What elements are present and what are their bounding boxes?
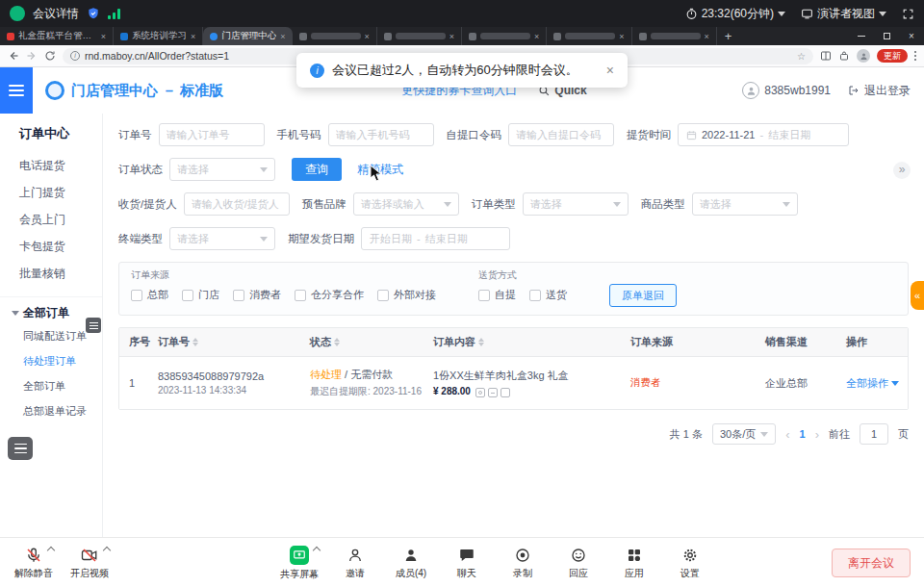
original-return-button[interactable]: 原单退回 xyxy=(609,284,677,307)
prev-page-button[interactable]: ‹ xyxy=(785,427,789,442)
browser-tab[interactable]: 系统培训学习 × xyxy=(114,27,203,45)
browser-tab[interactable]: × xyxy=(293,27,377,45)
record-button[interactable]: 录制 xyxy=(495,538,551,587)
mobile-icon[interactable] xyxy=(500,388,510,397)
view-mode-dropdown[interactable]: 演讲者视图 xyxy=(801,6,886,22)
all-actions-dropdown[interactable]: 全部操作 xyxy=(846,376,908,391)
start-video-button[interactable]: 开启视频 xyxy=(62,538,117,587)
checkbox-hq[interactable]: 总部 xyxy=(131,288,168,302)
pick-code-input[interactable] xyxy=(508,123,614,146)
security-shield-icon[interactable] xyxy=(87,7,100,20)
floating-menu-button[interactable] xyxy=(8,437,33,460)
col-order-no[interactable]: 订单号 xyxy=(158,335,310,349)
checkbox-consumer[interactable]: 消费者 xyxy=(233,288,281,302)
invite-button[interactable]: 邀请 xyxy=(327,538,383,587)
members-button[interactable]: 成员(4) xyxy=(383,538,439,587)
query-button[interactable]: 查询 xyxy=(292,158,342,181)
phone-input[interactable] xyxy=(328,123,434,146)
status-select[interactable]: 请选择 xyxy=(169,158,275,181)
browser-tab[interactable]: × xyxy=(632,27,717,45)
checkbox-external[interactable]: 外部对接 xyxy=(377,288,436,302)
goto-page-input[interactable] xyxy=(860,423,888,445)
chevron-up-icon[interactable] xyxy=(313,547,321,554)
sidebar-item-pending-orders[interactable]: 待处理订单 xyxy=(0,348,102,373)
browser-profile-avatar[interactable] xyxy=(857,49,870,63)
tab-close-icon[interactable]: × xyxy=(191,32,195,41)
browser-menu-icon[interactable] xyxy=(914,51,916,61)
sidebar-item-door-pickup[interactable]: 上门提货 xyxy=(0,179,102,206)
back-button[interactable] xyxy=(8,50,19,62)
table-header: 序号 订单号 状态 订单内容 订单来源 销售渠道 操作 xyxy=(119,328,908,357)
window-close-button[interactable]: × xyxy=(899,27,924,45)
settings-button[interactable]: 设置 xyxy=(662,538,718,587)
toast-close-icon[interactable]: × xyxy=(606,63,614,78)
current-page[interactable]: 1 xyxy=(800,428,806,440)
meeting-timer-dropdown[interactable]: 23:32(60分钟) xyxy=(685,6,785,22)
col-status[interactable]: 状态 xyxy=(310,335,433,349)
browser-tab-active[interactable]: 门店管理中心 × xyxy=(203,27,292,45)
site-info-icon[interactable]: i xyxy=(70,51,80,61)
expect-date-range-picker[interactable]: 开始日期 - 结束日期 xyxy=(361,227,510,250)
checkbox-store[interactable]: 门店 xyxy=(182,288,219,302)
browser-tab[interactable]: × xyxy=(462,27,547,45)
sidebar-collapse-handle[interactable] xyxy=(86,318,101,333)
window-maximize-button[interactable] xyxy=(874,27,899,45)
browser-tab[interactable]: 礼盒蛋糕平台管理中心 × xyxy=(0,27,114,45)
pick-time-range-picker[interactable]: 2022-11-21 - 结束日期 xyxy=(678,123,849,146)
menu-toggle-button[interactable] xyxy=(0,67,33,114)
fullscreen-button[interactable] xyxy=(902,8,914,20)
browser-tab[interactable]: × xyxy=(377,27,462,45)
receiver-input[interactable] xyxy=(184,192,290,216)
sidebar-item-hq-refund-log[interactable]: 总部退单记录 xyxy=(0,398,102,423)
sidebar-item-member-visit[interactable]: 会员上门 xyxy=(0,206,102,233)
terminal-select[interactable]: 请选择 xyxy=(169,227,275,250)
refresh-button[interactable] xyxy=(44,50,56,62)
col-content[interactable]: 订单内容 xyxy=(433,335,630,349)
order-no-input[interactable] xyxy=(159,123,265,146)
tab-close-icon[interactable]: × xyxy=(705,32,709,41)
apps-button[interactable]: 应用 xyxy=(606,538,662,587)
tab-close-icon[interactable]: × xyxy=(280,32,285,41)
tab-close-icon[interactable]: × xyxy=(449,32,454,41)
checkbox-warehouse-coop[interactable]: 仓分享合作 xyxy=(295,288,364,302)
tab-label: 门店管理中心 xyxy=(221,30,276,42)
unmute-button[interactable]: 解除静音 xyxy=(6,538,62,587)
goods-type-select[interactable]: 请选择 xyxy=(692,192,798,216)
window-minimize-button[interactable] xyxy=(849,27,874,45)
page-size-select[interactable]: 30条/页 xyxy=(712,423,776,445)
order-type-select[interactable]: 请选择 xyxy=(523,192,629,216)
user-menu[interactable]: 8385wb1991 xyxy=(742,82,831,99)
panel-collapse-icon[interactable]: » xyxy=(893,162,911,179)
bookmark-star-icon[interactable]: ☆ xyxy=(797,51,806,62)
side-panel-expand-tab[interactable]: « xyxy=(911,281,924,310)
leave-meeting-button[interactable]: 离开会议 xyxy=(832,549,911,577)
browser-tab[interactable]: × xyxy=(547,27,631,45)
checkbox-delivery[interactable]: 送货 xyxy=(529,288,567,302)
simple-mode-link[interactable]: 精简模式 xyxy=(357,162,403,178)
chat-button[interactable]: 聊天 xyxy=(439,538,495,587)
chevron-up-icon[interactable] xyxy=(103,547,111,554)
extension-icon[interactable] xyxy=(838,50,850,62)
tab-close-icon[interactable]: × xyxy=(101,32,106,41)
meeting-details-button[interactable]: 会议详情 xyxy=(33,6,79,22)
tab-close-icon[interactable]: × xyxy=(534,32,539,41)
remark-icon[interactable] xyxy=(475,388,485,397)
sidebar-item-all-orders[interactable]: 全部订单 xyxy=(0,373,102,398)
coupon-icon[interactable] xyxy=(488,388,498,397)
sidebar-item-card-pickup[interactable]: 卡包提货 xyxy=(0,233,102,260)
new-tab-button[interactable]: + xyxy=(717,27,740,45)
browser-update-button[interactable]: 更新 xyxy=(877,49,908,63)
sidebar-item-phone-pickup[interactable]: 电话提货 xyxy=(0,152,102,179)
next-page-button[interactable]: › xyxy=(815,427,819,442)
sidebar-item-batch-verify[interactable]: 批量核销 xyxy=(0,260,102,287)
logout-button[interactable]: 退出登录 xyxy=(848,83,911,99)
forward-button[interactable] xyxy=(26,50,38,62)
tab-close-icon[interactable]: × xyxy=(619,32,624,41)
checkbox-self-pickup[interactable]: 自提 xyxy=(478,288,516,302)
share-screen-button[interactable]: 共享屏幕 xyxy=(271,538,327,587)
split-screen-icon[interactable] xyxy=(820,50,832,62)
chevron-up-icon[interactable] xyxy=(47,547,55,554)
tab-close-icon[interactable]: × xyxy=(365,32,370,41)
brand-select[interactable]: 请选择或输入 xyxy=(353,192,459,216)
reaction-button[interactable]: 回应 xyxy=(551,538,606,587)
